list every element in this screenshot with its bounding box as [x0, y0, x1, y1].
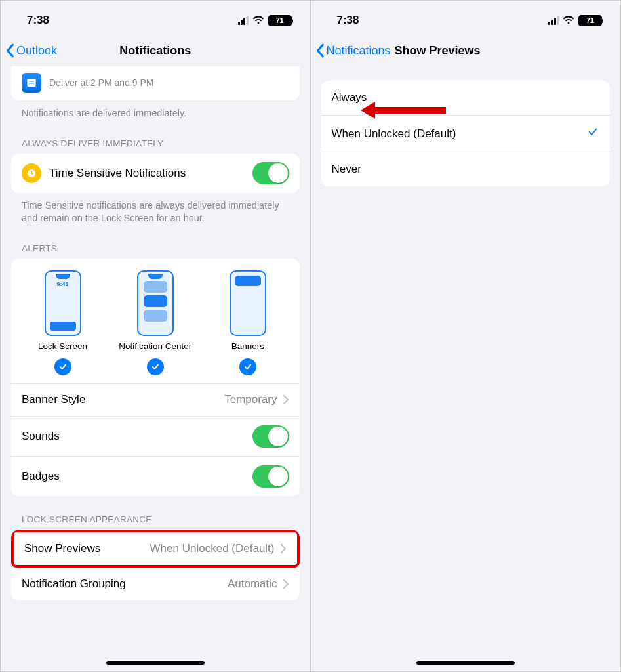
row-sounds: Sounds	[11, 416, 300, 456]
option-when-unlocked[interactable]: When Unlocked (Default)	[321, 115, 611, 152]
battery-icon: 71	[578, 15, 602, 26]
lock-screen-icon: 9:41	[45, 270, 81, 336]
chevron-left-icon	[6, 43, 15, 58]
status-bar: 7:38 71	[311, 1, 621, 35]
row-show-previews[interactable]: Show Previews When Unlocked (Default)	[14, 532, 297, 565]
nav-bar: Outlook Notifications	[1, 35, 310, 66]
row-notification-grouping[interactable]: Notification Grouping Automatic	[11, 568, 300, 600]
toggle-time-sensitive[interactable]	[252, 162, 289, 184]
phone-left: 7:38 71 Outlook Notifications	[1, 1, 311, 671]
page-title: Show Previews	[395, 44, 481, 58]
wifi-icon	[252, 16, 264, 25]
status-time: 7:38	[27, 14, 49, 27]
chevron-left-icon	[316, 43, 325, 58]
back-button[interactable]: Outlook	[6, 43, 57, 58]
section-deliver-immediately: ALWAYS DELIVER IMMEDIATELY	[11, 120, 300, 154]
checkmark-icon	[586, 126, 599, 141]
toggle-sounds[interactable]	[252, 425, 289, 448]
schedule-subtitle: Deliver at 2 PM and 9 PM	[49, 77, 154, 88]
time-sensitive-note: Time Sensitive notifications are always …	[11, 193, 300, 225]
time-sensitive-label: Time Sensitive Notifications	[49, 167, 186, 180]
clock-icon	[22, 163, 41, 183]
calendar-list-icon	[22, 73, 41, 93]
wifi-icon	[563, 16, 574, 25]
highlight-annotation: Show Previews When Unlocked (Default)	[11, 530, 300, 568]
alert-option-lock-screen[interactable]: 9:41 Lock Screen	[17, 270, 109, 375]
cellular-icon	[548, 16, 559, 25]
alert-option-notification-center[interactable]: Notification Center	[110, 270, 201, 375]
status-bar: 7:38 71	[1, 1, 310, 35]
check-icon	[147, 358, 164, 375]
chevron-right-icon	[283, 579, 289, 589]
banners-icon	[230, 270, 266, 336]
chevron-right-icon	[280, 543, 287, 554]
notification-center-icon	[137, 270, 174, 336]
page-title: Notifications	[119, 44, 191, 58]
check-icon	[239, 358, 256, 375]
home-indicator[interactable]	[416, 661, 515, 665]
row-banner-style[interactable]: Banner Style Temporary	[11, 383, 300, 416]
alert-option-banners[interactable]: Banners	[202, 270, 294, 375]
section-alerts: ALERTS	[11, 225, 300, 259]
battery-icon: 71	[268, 15, 292, 26]
scheduled-summary-card[interactable]: Deliver at 2 PM and 9 PM	[11, 66, 300, 100]
back-label: Outlook	[16, 44, 57, 58]
back-label: Notifications	[327, 44, 391, 58]
status-time: 7:38	[337, 14, 359, 27]
svg-rect-1	[29, 81, 34, 82]
row-badges: Badges	[11, 456, 300, 496]
option-never[interactable]: Never	[321, 152, 611, 186]
option-always[interactable]: Always	[321, 81, 611, 115]
delivered-note: Notifications are delivered immediately.	[11, 100, 300, 120]
row-time-sensitive: Time Sensitive Notifications	[11, 154, 300, 193]
toggle-badges[interactable]	[252, 465, 289, 488]
phone-right: 7:38 71 Notifications Show Previews Alwa…	[311, 1, 621, 671]
cellular-icon	[238, 16, 249, 25]
section-lockscreen-appearance: LOCK SCREEN APPEARANCE	[11, 496, 300, 530]
home-indicator[interactable]	[106, 661, 205, 665]
back-button[interactable]: Notifications	[316, 43, 391, 58]
svg-rect-2	[29, 83, 34, 84]
chevron-right-icon	[283, 394, 289, 405]
nav-bar: Notifications Show Previews	[311, 35, 621, 66]
check-icon	[54, 358, 71, 375]
